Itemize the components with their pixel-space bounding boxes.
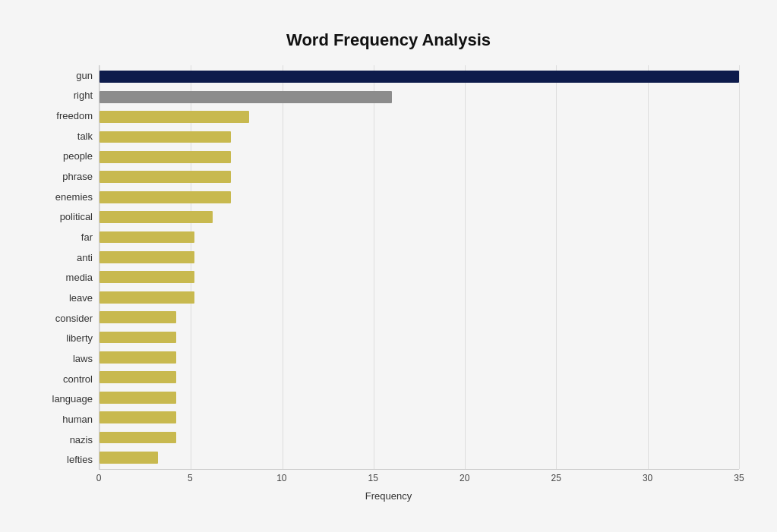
y-axis-label: consider — [55, 308, 93, 329]
grid-line — [739, 65, 740, 469]
bar-fill — [99, 171, 231, 183]
bar-row — [99, 87, 739, 106]
bar-row — [99, 107, 739, 127]
bar-row — [99, 267, 739, 287]
bar-fill — [99, 332, 176, 344]
y-axis-label: media — [66, 268, 93, 288]
inner-chart: gunrightfreedomtalkpeoplephraseenemiespo… — [38, 65, 739, 470]
y-axis-label: leave — [69, 288, 93, 308]
y-axis-label: nazis — [70, 430, 93, 450]
bar-fill — [99, 211, 213, 223]
bar-row — [99, 408, 739, 427]
chart-wrapper: Word Frequency Analysis gunrightfreedomt… — [38, 30, 739, 502]
bar-fill — [99, 111, 249, 123]
bar-fill — [99, 432, 176, 444]
bar-fill — [99, 251, 194, 263]
x-tick-label: 35 — [734, 473, 744, 483]
bar-fill — [99, 311, 176, 323]
x-ticks-row: 05101520253035 — [99, 470, 739, 489]
bar-row — [99, 367, 739, 387]
x-tick-label: 25 — [551, 473, 561, 483]
y-axis-label: right — [74, 86, 93, 106]
bar-fill — [99, 371, 176, 383]
y-axis-label: enemies — [55, 187, 93, 207]
chart-container: Word Frequency Analysis gunrightfreedomt… — [15, 15, 762, 532]
bar-row — [99, 388, 739, 408]
bar-row — [99, 67, 739, 87]
bar-row — [99, 287, 739, 307]
y-axis-label: phrase — [62, 166, 93, 187]
bar-fill — [99, 71, 739, 83]
bar-row — [99, 207, 739, 227]
bar-row — [99, 167, 739, 187]
bar-row — [99, 307, 739, 327]
y-axis-label: lefties — [67, 449, 93, 470]
y-axis-label: political — [60, 207, 93, 228]
bar-row — [99, 448, 739, 467]
bar-fill — [99, 191, 231, 203]
bar-fill — [99, 231, 194, 244]
x-tick-label: 5 — [188, 473, 193, 483]
plot-area — [99, 65, 739, 470]
y-axis: gunrightfreedomtalkpeoplephraseenemiespo… — [38, 65, 99, 470]
x-tick-label: 15 — [368, 473, 378, 483]
chart-title: Word Frequency Analysis — [38, 30, 739, 50]
y-axis-label: anti — [77, 247, 93, 268]
y-axis-label: talk — [77, 126, 93, 146]
bar-fill — [99, 91, 392, 103]
y-axis-label: control — [63, 369, 93, 389]
x-axis-title: Frequency — [38, 490, 739, 502]
bar-fill — [99, 351, 176, 364]
x-tick-label: 0 — [96, 473, 102, 483]
bar-row — [99, 327, 739, 347]
x-tick-label: 30 — [643, 473, 652, 483]
bar-row — [99, 247, 739, 267]
bar-fill — [99, 392, 176, 404]
y-axis-label: liberty — [66, 329, 93, 349]
y-axis-label: far — [81, 227, 93, 247]
y-axis-label: people — [63, 146, 93, 167]
bar-row — [99, 227, 739, 247]
bar-fill — [99, 131, 231, 143]
y-axis-label: gun — [76, 65, 93, 86]
y-axis-label: language — [52, 389, 93, 410]
bar-row — [99, 187, 739, 206]
bars-list — [99, 65, 739, 469]
bar-fill — [99, 411, 176, 423]
x-tick-label: 20 — [460, 473, 469, 483]
bar-fill — [99, 452, 158, 464]
x-tick-label: 10 — [276, 473, 286, 483]
bar-row — [99, 348, 739, 367]
y-axis-label: human — [62, 409, 93, 430]
bar-row — [99, 127, 739, 146]
bar-fill — [99, 151, 231, 163]
y-axis-label: freedom — [56, 105, 93, 126]
bar-fill — [99, 271, 194, 283]
bar-row — [99, 147, 739, 167]
bar-row — [99, 427, 739, 447]
y-axis-label: laws — [73, 348, 93, 369]
bar-fill — [99, 291, 194, 304]
